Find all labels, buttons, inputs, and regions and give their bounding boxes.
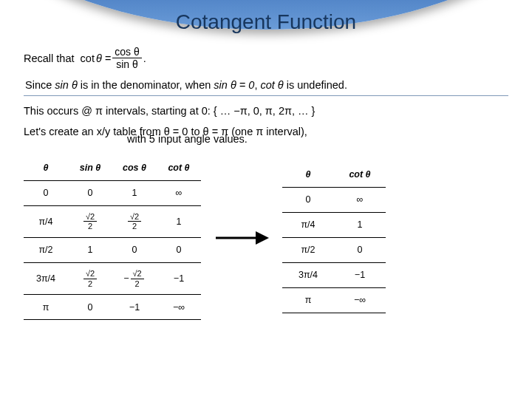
p1b: sin θ xyxy=(55,79,77,91)
slide-content: Cotangent Function Recall that cot θ = c… xyxy=(0,0,532,320)
table-row: 0∞ xyxy=(282,187,386,212)
cell-sin: √22 xyxy=(68,205,112,237)
cell-theta: π xyxy=(282,287,334,313)
table-row: 3π/4−1 xyxy=(282,262,386,287)
th-sin: sin θ xyxy=(68,155,112,180)
cell-sin: 0 xyxy=(68,180,112,205)
th-cos: cos θ xyxy=(112,155,157,180)
summary-table: θ cot θ 0∞π/41π/203π/4−1π−∞ xyxy=(282,162,386,313)
cell-cot: −1 xyxy=(157,262,201,294)
svg-marker-1 xyxy=(256,231,269,245)
th2-cot: cot θ xyxy=(334,162,386,187)
cell-theta: 0 xyxy=(282,187,334,212)
recall-eq: θ = xyxy=(96,52,111,64)
cell-cos: √22 xyxy=(112,205,157,237)
para-intervals: This occurs @ π intervals, starting at 0… xyxy=(24,105,508,117)
table-row: π/20 xyxy=(282,237,386,262)
cell-theta: 3π/4 xyxy=(24,262,68,294)
cell-cot: 0 xyxy=(334,237,386,262)
recall-cot: cot xyxy=(81,52,95,64)
arrow-icon xyxy=(214,227,269,249)
recall-line: Recall that cot θ = cos θ sin θ . xyxy=(24,46,508,70)
table-row: 001∞ xyxy=(24,180,201,205)
cell-theta: π/2 xyxy=(282,237,334,262)
cell-cot: 1 xyxy=(334,212,386,237)
cell-cot: 0 xyxy=(157,237,201,262)
para-denom: Since sin θ is in the denominator, when … xyxy=(24,79,508,96)
table-row: π/2100 xyxy=(24,237,201,262)
table-row: π/4√22√221 xyxy=(24,205,201,237)
cell-theta: 3π/4 xyxy=(282,262,334,287)
page-title: Cotangent Function xyxy=(24,10,508,34)
cell-cot: ∞ xyxy=(157,180,201,205)
summary-table-header-row: θ cot θ xyxy=(282,162,386,187)
para3b-text: with 5 input angle values. xyxy=(127,133,248,145)
p1c: is in the denominator, when xyxy=(78,79,214,91)
p1f: cot θ xyxy=(260,79,283,91)
cell-cot: 1 xyxy=(157,205,201,237)
th-cot: cot θ xyxy=(157,155,201,180)
p1a: Since xyxy=(25,79,55,91)
p1d: sin θ = 0 xyxy=(214,79,254,91)
recall-frac-num: cos θ xyxy=(112,46,141,58)
th2-theta: θ xyxy=(282,162,334,187)
para-denom-row: Since sin θ is in the denominator, when … xyxy=(24,79,508,96)
summary-table-body: 0∞π/41π/203π/4−1π−∞ xyxy=(282,187,386,313)
recall-period: . xyxy=(143,52,146,64)
para2-text: This occurs @ π intervals, starting at 0… xyxy=(24,105,315,117)
p1g: is undefined. xyxy=(284,79,347,91)
full-table: θ sin θ cos θ cot θ 001∞π/4√22√221π/2100… xyxy=(24,155,201,320)
cell-cot: ∞ xyxy=(334,187,386,212)
recall-fraction: cos θ sin θ xyxy=(112,46,141,70)
table-row: π/41 xyxy=(282,212,386,237)
recall-prefix: Recall that xyxy=(24,52,75,64)
full-table-body: 001∞π/4√22√221π/21003π/4√22−√22−1π0−1−∞ xyxy=(24,180,201,320)
cell-sin: 0 xyxy=(68,295,112,320)
cell-cos: 0 xyxy=(112,237,157,262)
tables-container: θ sin θ cos θ cot θ 001∞π/4√22√221π/2100… xyxy=(24,155,508,320)
full-table-header-row: θ sin θ cos θ cot θ xyxy=(24,155,201,180)
cell-sin: 1 xyxy=(68,237,112,262)
th-theta: θ xyxy=(24,155,68,180)
table-row: 3π/4√22−√22−1 xyxy=(24,262,201,294)
cell-cos: −√22 xyxy=(112,262,157,294)
table-row: π−∞ xyxy=(282,287,386,313)
recall-frac-den: sin θ xyxy=(114,58,140,70)
table-row: π0−1−∞ xyxy=(24,295,201,320)
cell-theta: π/2 xyxy=(24,237,68,262)
cell-cot: −∞ xyxy=(334,287,386,313)
cell-cos: −1 xyxy=(112,295,157,320)
cell-cot: −1 xyxy=(334,262,386,287)
cell-cot: −∞ xyxy=(157,295,201,320)
cell-cos: 1 xyxy=(112,180,157,205)
cell-theta: π/4 xyxy=(24,205,68,237)
cell-sin: √22 xyxy=(68,262,112,294)
cell-theta: π/4 xyxy=(282,212,334,237)
cell-theta: 0 xyxy=(24,180,68,205)
cell-theta: π xyxy=(24,295,68,320)
